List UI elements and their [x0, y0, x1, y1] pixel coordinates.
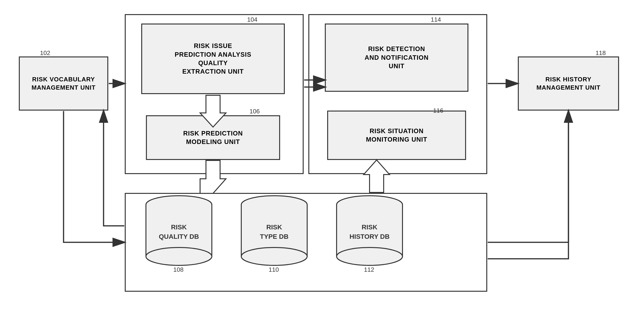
risk-situation-box: RISK SITUATION MONITORING UNIT [327, 111, 466, 160]
risk-detection-box: RISK DETECTION AND NOTIFICATION UNIT [325, 23, 468, 92]
ref-104: 104 [247, 16, 257, 23]
risk-prediction-modeling-box: RISK PREDICTION MODELING UNIT [146, 115, 280, 160]
risk-prediction-modeling-label: RISK PREDICTION MODELING UNIT [183, 129, 243, 146]
ref-102: 102 [40, 49, 50, 57]
risk-history-label: RISK HISTORY MANAGEMENT UNIT [536, 75, 600, 92]
risk-vocabulary-box: RISK VOCABULARY MANAGEMENT UNIT [19, 56, 108, 111]
ref-116: 116 [433, 107, 443, 114]
risk-situation-label: RISK SITUATION MONITORING UNIT [366, 127, 428, 144]
risk-issue-label: RISK ISSUE PREDICTION ANALYSIS QUALITY E… [175, 42, 252, 76]
diagram-container: RISK VOCABULARY MANAGEMENT UNIT 102 RISK… [0, 0, 644, 319]
ref-106: 106 [250, 108, 260, 115]
risk-vocabulary-label: RISK VOCABULARY MANAGEMENT UNIT [32, 75, 96, 92]
risk-history-box: RISK HISTORY MANAGEMENT UNIT [518, 56, 619, 111]
ref-114: 114 [431, 16, 441, 23]
ref-118: 118 [596, 49, 606, 57]
risk-detection-label: RISK DETECTION AND NOTIFICATION UNIT [364, 45, 429, 70]
outer-box-db [125, 193, 487, 292]
risk-issue-prediction-box: RISK ISSUE PREDICTION ANALYSIS QUALITY E… [141, 23, 285, 94]
